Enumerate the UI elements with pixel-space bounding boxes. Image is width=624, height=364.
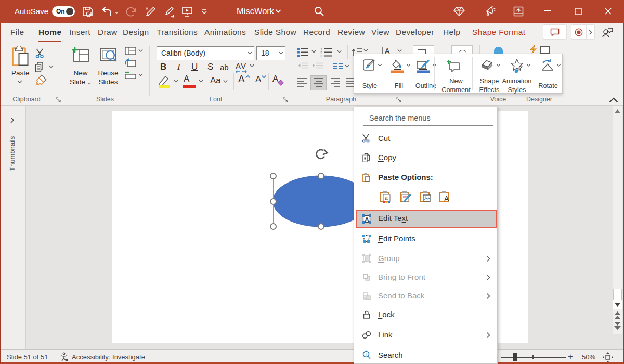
svg-text:A: A: [365, 216, 369, 223]
svg-text:a: a: [385, 195, 388, 201]
svg-text:i: i: [366, 352, 367, 357]
svg-text:3: 3: [320, 54, 322, 57]
svg-text:1: 1: [320, 47, 322, 51]
svg-text:A: A: [444, 194, 449, 203]
svg-text:A: A: [385, 47, 390, 54]
